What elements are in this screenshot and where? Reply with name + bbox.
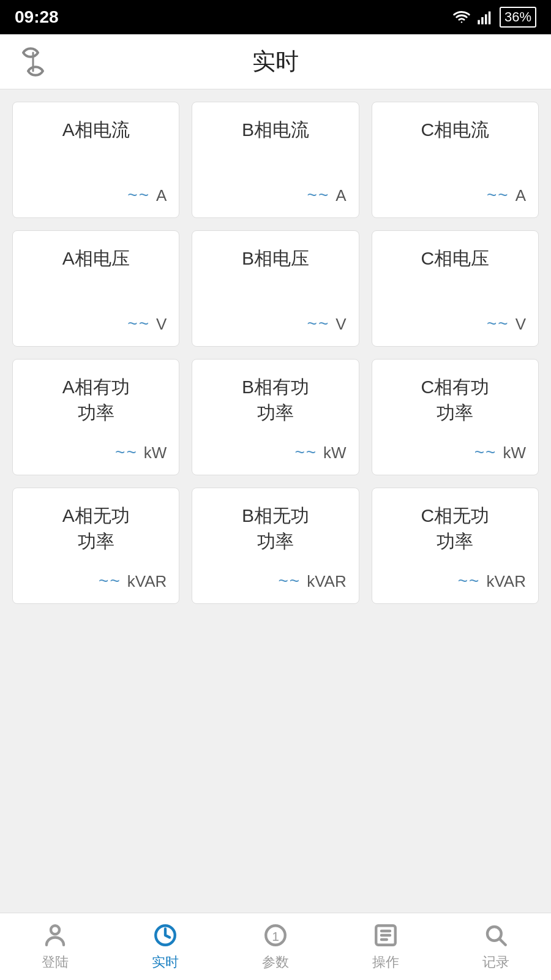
card-3-2[interactable]: C相无功功率~~kVAR [372,488,539,604]
signal-icon [476,9,493,26]
card-title: A相无功功率 [25,503,167,554]
card-tilde: ~~ [307,186,330,205]
card-tilde: ~~ [307,314,330,334]
card-value-row: ~~A [25,186,167,205]
card-value-row: ~~kW [25,443,167,462]
nav-label-operation: 操作 [372,953,399,971]
card-title: C相有功功率 [384,374,526,426]
nav-label-login: 登陆 [42,953,69,971]
card-title: C相电压 [384,246,526,271]
header: 实时 [0,34,551,89]
card-value-row: ~~kW [384,443,526,462]
card-row-0: A相电流~~AB相电流~~AC相电流~~A [12,102,539,218]
page-title: 实时 [252,46,299,77]
card-title: C相无功功率 [384,503,526,554]
card-title: A相有功功率 [25,374,167,426]
nav-item-records[interactable]: 记录 [441,913,551,980]
status-bar: 09:28 36% [0,0,551,34]
card-title: C相电流 [384,117,526,143]
card-value-row: ~~A [204,186,346,205]
nav-item-login[interactable]: 登陆 [0,913,110,980]
card-1-1[interactable]: B相电压~~V [192,230,359,347]
card-value-row: ~~kVAR [384,571,526,591]
battery-indicator: 36% [500,7,536,28]
card-unit: V [515,315,526,334]
card-title: B相有功功率 [204,374,346,426]
card-tilde: ~~ [474,443,497,462]
card-title: B相电流 [204,117,346,143]
svg-rect-3 [485,14,487,24]
card-tilde: ~~ [458,571,481,591]
card-3-1[interactable]: B相无功功率~~kVAR [192,488,359,604]
card-row-3: A相无功功率~~kVARB相无功功率~~kVARC相无功功率~~kVAR [12,488,539,604]
card-title: A相电压 [25,246,167,271]
nav-item-params[interactable]: 1参数 [220,913,331,980]
card-unit: kVAR [127,572,167,591]
card-value-row: ~~V [384,314,526,334]
status-time: 09:28 [15,7,59,27]
wifi-icon [453,9,470,26]
card-unit: V [335,315,346,334]
svg-point-0 [461,21,462,23]
card-value-row: ~~V [204,314,346,334]
info-circle-icon: 1 [263,922,288,948]
card-unit: A [515,186,526,205]
card-unit: kW [323,443,347,462]
card-value-row: ~~kVAR [25,571,167,591]
edit-box-icon [373,922,399,948]
card-0-0[interactable]: A相电流~~A [12,102,179,218]
card-0-2[interactable]: C相电流~~A [372,102,539,218]
card-tilde: ~~ [127,314,150,334]
nav-label-params: 参数 [262,953,289,971]
card-tilde: ~~ [294,443,317,462]
nav-label-realtime: 实时 [152,953,179,971]
clock-icon [152,922,178,948]
svg-text:1: 1 [272,929,279,943]
nav-item-realtime[interactable]: 实时 [110,913,220,980]
card-value-row: ~~kW [204,443,346,462]
card-tilde: ~~ [115,443,138,462]
svg-rect-2 [481,17,484,24]
nav-item-operation[interactable]: 操作 [331,913,441,980]
svg-rect-4 [489,12,491,24]
card-tilde: ~~ [99,571,121,591]
svg-point-6 [51,925,59,934]
card-3-0[interactable]: A相无功功率~~kVAR [12,488,179,604]
card-unit: V [156,315,167,334]
card-unit: kW [503,443,526,462]
content-area: A相电流~~AB相电流~~AC相电流~~AA相电压~~VB相电压~~VC相电压~… [0,89,551,913]
card-1-2[interactable]: C相电压~~V [372,230,539,347]
card-value-row: ~~A [384,186,526,205]
card-2-0[interactable]: A相有功功率~~kW [12,359,179,475]
card-unit: kW [144,443,167,462]
card-tilde: ~~ [487,186,509,205]
nav-label-records: 记录 [482,953,509,971]
card-unit: kVAR [486,572,526,591]
card-row-1: A相电压~~VB相电压~~VC相电压~~V [12,230,539,347]
card-tilde: ~~ [127,186,150,205]
card-unit: kVAR [307,572,347,591]
person-icon [42,922,68,948]
card-0-1[interactable]: B相电流~~A [192,102,359,218]
card-title: A相电流 [25,117,167,143]
svg-line-12 [500,939,506,945]
card-2-2[interactable]: C相有功功率~~kW [372,359,539,475]
card-title: B相无功功率 [204,503,346,554]
bottom-navigation: 登陆实时1参数操作记录 [0,913,551,980]
status-icons: 36% [453,7,536,28]
card-tilde: ~~ [278,571,301,591]
card-unit: A [335,186,346,205]
svg-rect-1 [478,20,480,24]
card-row-2: A相有功功率~~kWB相有功功率~~kWC相有功功率~~kW [12,359,539,475]
card-unit: A [156,186,167,205]
card-2-1[interactable]: B相有功功率~~kW [192,359,359,475]
app-logo [15,47,51,77]
card-value-row: ~~V [25,314,167,334]
card-value-row: ~~kVAR [204,571,346,591]
card-title: B相电压 [204,246,346,271]
card-tilde: ~~ [487,314,509,334]
card-1-0[interactable]: A相电压~~V [12,230,179,347]
search-icon [483,922,509,948]
